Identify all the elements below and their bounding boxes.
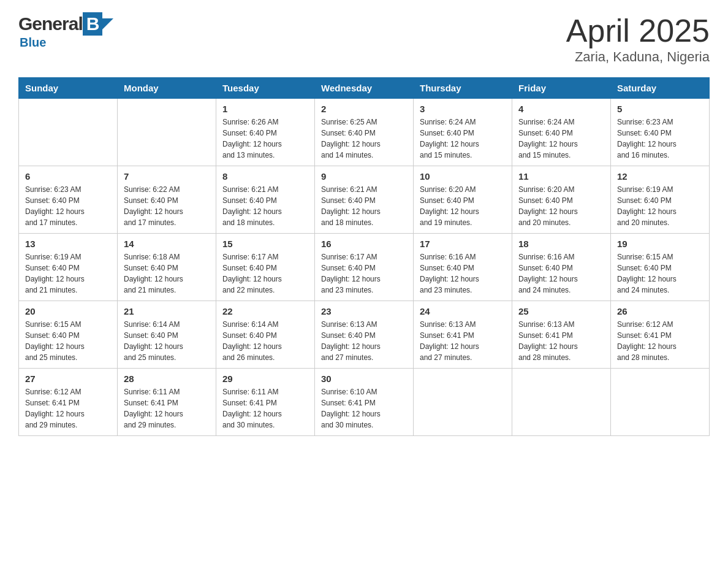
day-info: Sunrise: 6:19 AM Sunset: 6:40 PM Dayligh… — [25, 251, 111, 296]
day-info: Sunrise: 6:14 AM Sunset: 6:40 PM Dayligh… — [124, 319, 210, 363]
day-number: 27 — [25, 373, 111, 384]
day-info: Sunrise: 6:18 AM Sunset: 6:40 PM Dayligh… — [124, 251, 210, 296]
day-info: Sunrise: 6:20 AM Sunset: 6:40 PM Dayligh… — [420, 184, 506, 228]
day-number: 21 — [124, 306, 210, 316]
logo-b-text: B — [86, 13, 99, 34]
day-number: 16 — [321, 239, 407, 249]
calendar-cell: 12Sunrise: 6:19 AM Sunset: 6:40 PM Dayli… — [611, 166, 710, 234]
calendar-cell — [19, 99, 118, 166]
calendar-cell: 22Sunrise: 6:14 AM Sunset: 6:40 PM Dayli… — [216, 301, 315, 369]
day-number: 23 — [321, 306, 407, 316]
day-number: 7 — [124, 171, 210, 182]
day-info: Sunrise: 6:15 AM Sunset: 6:40 PM Dayligh… — [617, 251, 703, 296]
calendar-cell: 5Sunrise: 6:23 AM Sunset: 6:40 PM Daylig… — [611, 99, 710, 166]
day-number: 19 — [617, 239, 703, 249]
day-of-week-header: Saturday — [611, 78, 710, 99]
day-info: Sunrise: 6:12 AM Sunset: 6:41 PM Dayligh… — [617, 319, 703, 363]
day-info: Sunrise: 6:13 AM Sunset: 6:41 PM Dayligh… — [518, 319, 604, 363]
day-number: 6 — [25, 171, 111, 182]
calendar-cell: 23Sunrise: 6:13 AM Sunset: 6:40 PM Dayli… — [315, 301, 414, 369]
day-number: 15 — [222, 239, 308, 249]
month-title: April 2025 — [566, 12, 710, 49]
calendar-cell: 18Sunrise: 6:16 AM Sunset: 6:40 PM Dayli… — [512, 234, 611, 301]
calendar-cell: 16Sunrise: 6:17 AM Sunset: 6:40 PM Dayli… — [315, 234, 414, 301]
calendar-cell: 10Sunrise: 6:20 AM Sunset: 6:40 PM Dayli… — [414, 166, 512, 234]
calendar-cell: 13Sunrise: 6:19 AM Sunset: 6:40 PM Dayli… — [19, 234, 118, 301]
day-of-week-header: Monday — [118, 78, 216, 99]
day-number: 17 — [420, 239, 506, 249]
calendar-cell: 17Sunrise: 6:16 AM Sunset: 6:40 PM Dayli… — [414, 234, 512, 301]
logo-blue-label: Blue — [20, 36, 46, 49]
day-number: 26 — [617, 306, 703, 316]
day-number: 4 — [518, 104, 604, 114]
day-info: Sunrise: 6:11 AM Sunset: 6:41 PM Dayligh… — [222, 386, 308, 431]
calendar-header-row: SundayMondayTuesdayWednesdayThursdayFrid… — [19, 78, 710, 99]
title-block: April 2025 Zaria, Kaduna, Nigeria — [566, 12, 710, 65]
day-number: 20 — [25, 306, 111, 316]
calendar-cell — [512, 369, 611, 436]
logo-triangle-icon — [102, 18, 113, 29]
day-number: 8 — [222, 171, 308, 182]
day-info: Sunrise: 6:24 AM Sunset: 6:40 PM Dayligh… — [518, 117, 604, 161]
calendar-cell — [414, 369, 512, 436]
day-info: Sunrise: 6:19 AM Sunset: 6:40 PM Dayligh… — [617, 184, 703, 228]
calendar-cell: 21Sunrise: 6:14 AM Sunset: 6:40 PM Dayli… — [118, 301, 216, 369]
calendar-cell — [118, 99, 216, 166]
calendar-cell: 20Sunrise: 6:15 AM Sunset: 6:40 PM Dayli… — [19, 301, 118, 369]
day-info: Sunrise: 6:24 AM Sunset: 6:40 PM Dayligh… — [420, 117, 506, 161]
day-info: Sunrise: 6:14 AM Sunset: 6:40 PM Dayligh… — [222, 319, 308, 363]
day-number: 3 — [420, 104, 506, 114]
calendar-week-row: 27Sunrise: 6:12 AM Sunset: 6:41 PM Dayli… — [19, 369, 710, 436]
calendar-cell: 14Sunrise: 6:18 AM Sunset: 6:40 PM Dayli… — [118, 234, 216, 301]
calendar-cell: 27Sunrise: 6:12 AM Sunset: 6:41 PM Dayli… — [19, 369, 118, 436]
calendar-cell: 24Sunrise: 6:13 AM Sunset: 6:41 PM Dayli… — [414, 301, 512, 369]
day-number: 2 — [321, 104, 407, 114]
day-number: 11 — [518, 171, 604, 182]
calendar-cell — [611, 369, 710, 436]
calendar-week-row: 13Sunrise: 6:19 AM Sunset: 6:40 PM Dayli… — [19, 234, 710, 301]
day-number: 13 — [25, 239, 111, 249]
day-info: Sunrise: 6:13 AM Sunset: 6:41 PM Dayligh… — [420, 319, 506, 363]
day-number: 1 — [222, 104, 308, 114]
calendar-week-row: 20Sunrise: 6:15 AM Sunset: 6:40 PM Dayli… — [19, 301, 710, 369]
day-number: 30 — [321, 373, 407, 384]
day-of-week-header: Sunday — [19, 78, 118, 99]
calendar-body: 1Sunrise: 6:26 AM Sunset: 6:40 PM Daylig… — [19, 99, 710, 436]
logo-general-text: General — [18, 13, 83, 34]
calendar-cell: 15Sunrise: 6:17 AM Sunset: 6:40 PM Dayli… — [216, 234, 315, 301]
calendar-week-row: 1Sunrise: 6:26 AM Sunset: 6:40 PM Daylig… — [19, 99, 710, 166]
calendar-cell: 11Sunrise: 6:20 AM Sunset: 6:40 PM Dayli… — [512, 166, 611, 234]
day-info: Sunrise: 6:15 AM Sunset: 6:40 PM Dayligh… — [25, 319, 111, 363]
day-info: Sunrise: 6:25 AM Sunset: 6:40 PM Dayligh… — [321, 117, 407, 161]
day-number: 29 — [222, 373, 308, 384]
day-number: 14 — [124, 239, 210, 249]
day-info: Sunrise: 6:13 AM Sunset: 6:40 PM Dayligh… — [321, 319, 407, 363]
day-info: Sunrise: 6:23 AM Sunset: 6:40 PM Dayligh… — [25, 184, 111, 228]
day-info: Sunrise: 6:21 AM Sunset: 6:40 PM Dayligh… — [321, 184, 407, 228]
day-number: 10 — [420, 171, 506, 182]
calendar-cell: 1Sunrise: 6:26 AM Sunset: 6:40 PM Daylig… — [216, 99, 315, 166]
day-info: Sunrise: 6:17 AM Sunset: 6:40 PM Dayligh… — [222, 251, 308, 296]
day-info: Sunrise: 6:21 AM Sunset: 6:40 PM Dayligh… — [222, 184, 308, 228]
calendar-cell: 7Sunrise: 6:22 AM Sunset: 6:40 PM Daylig… — [118, 166, 216, 234]
day-info: Sunrise: 6:10 AM Sunset: 6:41 PM Dayligh… — [321, 386, 407, 431]
day-info: Sunrise: 6:20 AM Sunset: 6:40 PM Dayligh… — [518, 184, 604, 228]
location-title: Zaria, Kaduna, Nigeria — [566, 49, 710, 65]
day-info: Sunrise: 6:17 AM Sunset: 6:40 PM Dayligh… — [321, 251, 407, 296]
logo-blue-tab: B — [83, 12, 103, 36]
day-info: Sunrise: 6:16 AM Sunset: 6:40 PM Dayligh… — [420, 251, 506, 296]
calendar-cell: 19Sunrise: 6:15 AM Sunset: 6:40 PM Dayli… — [611, 234, 710, 301]
calendar-cell: 26Sunrise: 6:12 AM Sunset: 6:41 PM Dayli… — [611, 301, 710, 369]
day-number: 5 — [617, 104, 703, 114]
day-info: Sunrise: 6:26 AM Sunset: 6:40 PM Dayligh… — [222, 117, 308, 161]
day-number: 25 — [518, 306, 604, 316]
page-header: General B Blue April 2025 Zaria, Kaduna,… — [18, 12, 710, 65]
calendar-cell: 28Sunrise: 6:11 AM Sunset: 6:41 PM Dayli… — [118, 369, 216, 436]
calendar-table: SundayMondayTuesdayWednesdayThursdayFrid… — [18, 77, 710, 436]
calendar-cell: 2Sunrise: 6:25 AM Sunset: 6:40 PM Daylig… — [315, 99, 414, 166]
day-info: Sunrise: 6:11 AM Sunset: 6:41 PM Dayligh… — [124, 386, 210, 431]
calendar-cell: 30Sunrise: 6:10 AM Sunset: 6:41 PM Dayli… — [315, 369, 414, 436]
day-number: 22 — [222, 306, 308, 316]
logo: General B Blue — [18, 12, 113, 50]
day-number: 12 — [617, 171, 703, 182]
